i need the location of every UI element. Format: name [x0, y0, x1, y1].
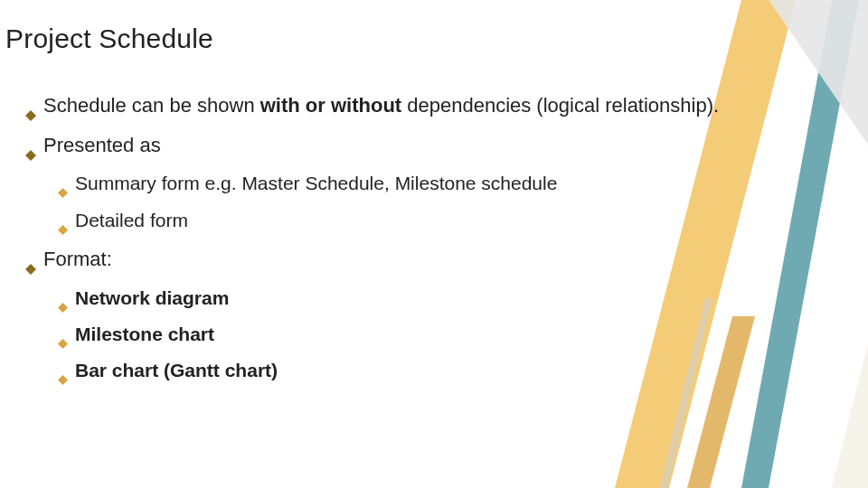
text-run-bold: with or without — [260, 94, 401, 117]
diamond-bullet-icon — [58, 366, 68, 376]
bullet-text: Presented as — [43, 132, 161, 159]
bullet-level1: Presented as — [25, 132, 760, 159]
slide-body: Schedule can be shown with or without de… — [25, 92, 760, 395]
slide: Project Schedule Schedule can be shown w… — [0, 0, 868, 488]
bullet-level2: Summary form e.g. Master Schedule, Miles… — [58, 171, 760, 196]
diamond-bullet-icon — [58, 179, 68, 189]
diamond-bullet-icon — [25, 101, 36, 112]
diamond-bullet-icon — [58, 294, 68, 304]
bullet-text: Network diagram — [75, 286, 229, 311]
bullet-level2: Bar chart (Gantt chart) — [58, 358, 760, 383]
bullet-level2: Network diagram — [58, 286, 760, 311]
diamond-bullet-icon — [25, 255, 36, 266]
bullet-text: Detailed form — [75, 208, 188, 233]
bullet-level2: Detailed form — [58, 208, 760, 233]
bullet-text: Schedule can be shown with or without de… — [43, 92, 719, 119]
diamond-bullet-icon — [58, 216, 68, 226]
text-run: dependencies (logical relationship). — [401, 94, 719, 117]
bullet-text: Bar chart (Gantt chart) — [75, 358, 278, 383]
svg-marker-2 — [769, 0, 868, 145]
diamond-bullet-icon — [25, 141, 36, 152]
slide-title: Project Schedule — [5, 23, 213, 54]
bullet-text: Summary form e.g. Master Schedule, Miles… — [75, 171, 557, 196]
bullet-text: Milestone chart — [75, 322, 214, 347]
svg-marker-5 — [832, 343, 868, 488]
bullet-level1: Format: — [25, 246, 760, 273]
bullet-level1: Schedule can be shown with or without de… — [25, 92, 760, 119]
bullet-text: Format: — [43, 246, 112, 273]
bullet-level2: Milestone chart — [58, 322, 760, 347]
text-run: Schedule can be shown — [43, 94, 260, 117]
diamond-bullet-icon — [58, 330, 68, 340]
